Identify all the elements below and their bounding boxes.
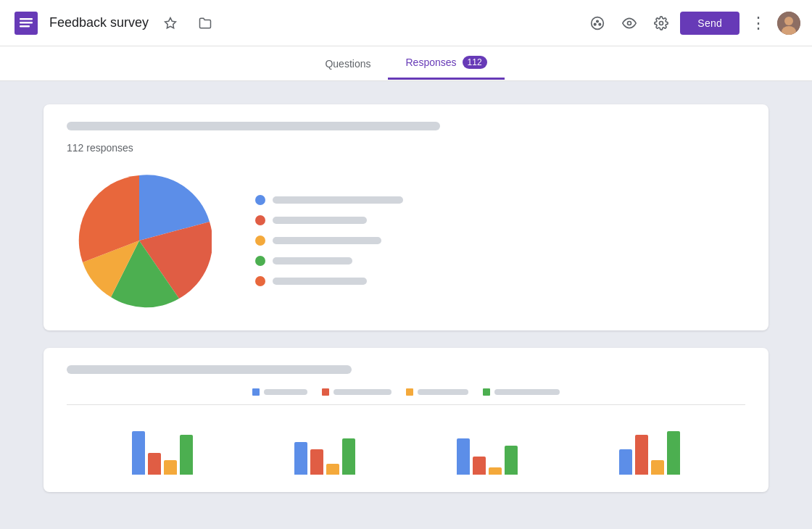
svg-point-9 <box>628 21 631 25</box>
palette-button[interactable] <box>584 10 610 36</box>
bar-2-2 <box>489 467 502 475</box>
bar-3-0 <box>619 449 632 475</box>
bar-0-1 <box>148 453 161 475</box>
star-button[interactable] <box>157 10 183 36</box>
folder-button[interactable] <box>192 10 218 36</box>
tab-responses[interactable]: Responses 112 <box>388 47 504 80</box>
legend-sq-3 <box>483 388 490 396</box>
bar-chart-groups <box>67 417 745 475</box>
bar-group-1 <box>294 438 355 475</box>
bar-3-1 <box>635 435 648 475</box>
responses-count: 112 responses <box>67 142 745 154</box>
header-right: Send ⋮ <box>584 10 800 36</box>
legend-dot-2 <box>255 236 265 246</box>
card2-title-placeholder <box>67 365 352 374</box>
legend-bar-1 <box>273 217 367 224</box>
svg-point-8 <box>599 23 601 25</box>
main-content: 112 responses <box>0 81 812 529</box>
tabs-bar: Questions Responses 112 <box>0 46 812 81</box>
tab-questions[interactable]: Questions <box>307 49 388 78</box>
pie-chart <box>67 168 212 313</box>
settings-button[interactable] <box>648 10 674 36</box>
legend-sq-0 <box>252 388 260 396</box>
svg-point-6 <box>594 23 597 25</box>
bar-0-3 <box>180 435 193 475</box>
bar-chart-legend <box>67 388 745 405</box>
legend-bar-3 <box>273 257 352 264</box>
doc-title: Feedback survey <box>49 15 149 30</box>
legend-bar-2 <box>273 237 381 244</box>
legend-sq-1 <box>322 388 329 396</box>
svg-marker-4 <box>165 17 176 28</box>
bar-chart-card <box>44 348 768 492</box>
legend-dot-0 <box>255 195 265 205</box>
legend-bar-0 <box>273 196 403 204</box>
responses-badge: 112 <box>463 56 487 69</box>
svg-rect-1 <box>20 18 33 20</box>
bar-2-3 <box>505 446 518 475</box>
bar-2-0 <box>457 438 470 475</box>
svg-point-10 <box>660 21 663 25</box>
svg-point-12 <box>784 17 793 25</box>
legend-entry-0 <box>252 388 307 396</box>
legend-bar-4 <box>273 278 367 285</box>
legend-container <box>255 195 745 286</box>
legend-dot-4 <box>255 276 265 286</box>
header: Feedback survey <box>0 0 812 46</box>
legend-entry-3 <box>483 388 560 396</box>
chart-section <box>67 168 745 313</box>
legend-item-2 <box>255 236 745 246</box>
legend-text-3 <box>494 389 560 395</box>
legend-entry-2 <box>406 388 468 396</box>
legend-sq-2 <box>406 388 413 396</box>
legend-dot-1 <box>255 215 265 225</box>
bar-group-0 <box>132 431 193 475</box>
legend-item-1 <box>255 215 745 225</box>
bar-0-2 <box>164 460 177 475</box>
legend-entry-1 <box>322 388 392 396</box>
avatar <box>777 12 800 35</box>
bar-1-3 <box>342 438 355 475</box>
bar-group-3 <box>619 431 680 475</box>
legend-dot-3 <box>255 256 265 266</box>
legend-text-1 <box>334 389 392 395</box>
legend-item-3 <box>255 256 745 266</box>
card-title-placeholder <box>67 122 440 130</box>
legend-item-4 <box>255 276 745 286</box>
send-button[interactable]: Send <box>680 12 740 35</box>
more-button[interactable]: ⋮ <box>745 10 771 36</box>
bar-1-2 <box>326 464 339 475</box>
header-left: Feedback survey <box>12 9 584 38</box>
bar-1-1 <box>310 449 323 475</box>
bar-1-0 <box>294 442 307 475</box>
svg-point-5 <box>592 17 604 29</box>
bar-0-0 <box>132 431 145 475</box>
app-icon <box>12 9 41 38</box>
preview-button[interactable] <box>616 10 642 36</box>
bar-group-2 <box>457 438 518 475</box>
legend-item-0 <box>255 195 745 205</box>
bar-2-1 <box>473 457 486 475</box>
legend-text-2 <box>418 389 468 395</box>
bar-3-2 <box>651 460 664 475</box>
svg-rect-2 <box>20 22 33 24</box>
legend-text-0 <box>264 389 307 395</box>
bar-3-3 <box>667 431 680 475</box>
pie-chart-card: 112 responses <box>44 104 768 330</box>
svg-rect-3 <box>20 25 30 28</box>
svg-point-7 <box>597 20 599 22</box>
